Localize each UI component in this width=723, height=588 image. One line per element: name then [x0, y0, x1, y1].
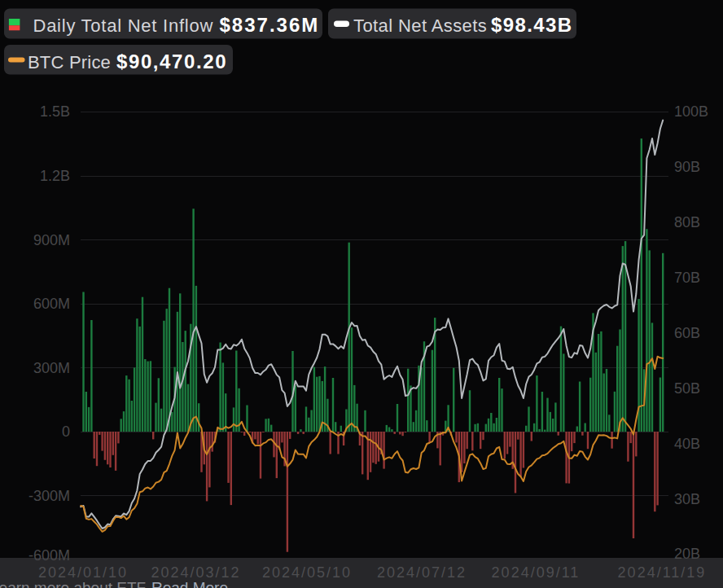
- svg-text:70B: 70B: [674, 270, 700, 286]
- svg-text:1.2B: 1.2B: [40, 168, 70, 184]
- svg-text:-300M: -300M: [28, 488, 70, 504]
- svg-text:2024/03/12: 2024/03/12: [151, 564, 240, 581]
- svg-text:2024/09/11: 2024/09/11: [492, 564, 581, 581]
- svg-text:2024/11/19: 2024/11/19: [618, 564, 707, 581]
- svg-text:80B: 80B: [674, 214, 700, 230]
- svg-text:2024/05/10: 2024/05/10: [262, 564, 352, 581]
- svg-text:$837.36M: $837.36M: [220, 14, 320, 36]
- svg-text:Learn more about ETF: Learn more about ETF: [0, 579, 146, 588]
- svg-text:0: 0: [62, 423, 70, 440]
- svg-text:600M: 600M: [33, 296, 70, 312]
- svg-text:Daily Total Net Inflow: Daily Total Net Inflow: [33, 15, 214, 36]
- svg-text:30B: 30B: [674, 491, 700, 507]
- svg-text:$90,470.20: $90,470.20: [116, 50, 227, 72]
- svg-text:50B: 50B: [674, 380, 700, 397]
- svg-text:-600M: -600M: [28, 547, 70, 564]
- svg-text:2024/07/12: 2024/07/12: [377, 564, 467, 581]
- svg-text:Read More: Read More: [151, 579, 228, 588]
- svg-text:60B: 60B: [674, 325, 700, 341]
- svg-text:2024/01/10: 2024/01/10: [38, 564, 128, 581]
- svg-text:100B: 100B: [674, 103, 708, 120]
- svg-text:20B: 20B: [674, 546, 700, 562]
- svg-text:300M: 300M: [33, 360, 70, 376]
- svg-text:900M: 900M: [33, 232, 70, 248]
- svg-text:1.5B: 1.5B: [40, 103, 70, 120]
- svg-text:40B: 40B: [674, 436, 700, 452]
- svg-text:BTC Price: BTC Price: [28, 52, 111, 72]
- svg-text:$98.43B: $98.43B: [491, 14, 573, 36]
- svg-text:90B: 90B: [674, 159, 700, 175]
- svg-text:Total Net Assets: Total Net Assets: [353, 15, 487, 36]
